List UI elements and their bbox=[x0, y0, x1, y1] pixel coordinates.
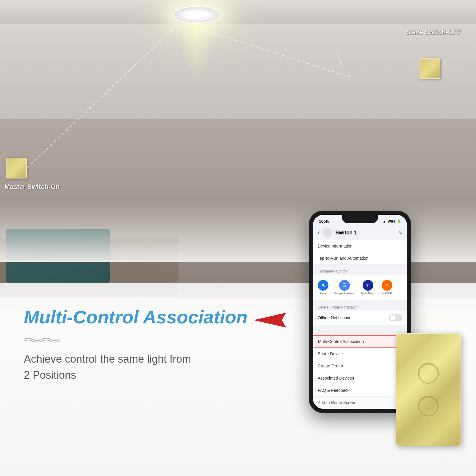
light-fixture bbox=[173, 6, 221, 24]
menu-item-tap-to-run[interactable]: Tap-to-Run and Automation › bbox=[313, 252, 407, 264]
others-section-label: Others bbox=[313, 328, 407, 335]
smartthings-circle: ST bbox=[363, 280, 373, 291]
offline-notification-toggle[interactable] bbox=[389, 314, 402, 321]
signal-icon: ▲ bbox=[383, 219, 386, 223]
edit-icon[interactable]: ✎ bbox=[399, 230, 402, 235]
svg-marker-3 bbox=[253, 313, 286, 328]
master-switch-box bbox=[6, 158, 27, 178]
menu-item-create-group-label: Create Group bbox=[318, 364, 343, 368]
text-section: Multi-Control Association Achieve contro… bbox=[24, 300, 309, 383]
phone-screen: 10:48 ▲ WiFi 🔋 ‹ Switch 1 ✎ bbox=[313, 215, 407, 409]
slave-switch-box bbox=[419, 58, 440, 79]
phone-frame: 10:48 ▲ WiFi 🔋 ‹ Switch 1 ✎ bbox=[309, 211, 411, 412]
wave-svg bbox=[24, 336, 60, 342]
gold-button-1[interactable] bbox=[418, 363, 439, 384]
chevron-right-icon-2: › bbox=[401, 256, 402, 261]
ceiling-light bbox=[173, 6, 227, 30]
chevron-right-icon: › bbox=[401, 244, 402, 248]
phone-notch bbox=[342, 215, 378, 223]
google-circle: G bbox=[339, 280, 350, 291]
gold-button-2[interactable] bbox=[418, 396, 439, 416]
xiaodu-circle: X bbox=[382, 280, 392, 291]
menu-separator-1 bbox=[313, 264, 407, 267]
red-arrow-icon bbox=[253, 313, 292, 328]
xiaodu-icon-item[interactable]: X XIAODU bbox=[382, 280, 392, 295]
offline-section-label: Device Offline Notification bbox=[313, 303, 407, 311]
toggle-knob bbox=[390, 315, 396, 321]
bottom-section: Multi-Control Association Achieve contro… bbox=[0, 283, 476, 476]
alexa-label: Alexa bbox=[320, 292, 327, 295]
menu-item-add-home-label: Add to Home Screen bbox=[318, 400, 356, 405]
wave-decoration bbox=[24, 336, 309, 344]
smartthings-label: SmartThings bbox=[361, 292, 376, 295]
alexa-icon-item[interactable]: A Alexa bbox=[318, 280, 328, 295]
offline-notification-row: Offline Notification bbox=[313, 311, 407, 325]
wifi-icon: WiFi bbox=[388, 219, 395, 223]
menu-item-tap-to-run-label: Tap-to-Run and Automation bbox=[318, 256, 368, 261]
menu-item-multi-control[interactable]: Multi-Control Association › bbox=[313, 335, 407, 348]
menu-item-faq[interactable]: FAQ & Feedback › bbox=[313, 384, 407, 397]
third-party-section-label: Third-party Control bbox=[313, 267, 407, 275]
menu-item-share-device[interactable]: Share Device › bbox=[313, 348, 407, 360]
google-icon-item[interactable]: G Google Assistant bbox=[334, 280, 355, 295]
menu-item-device-info[interactable]: Device Information › bbox=[313, 240, 407, 252]
menu-item-associated-devices[interactable]: Associated Devices › bbox=[313, 372, 407, 384]
third-party-icons-row: A Alexa G Google Assistant ST SmartThing… bbox=[318, 278, 402, 297]
slave-switch-label: Slave Switch-OFF bbox=[406, 28, 461, 36]
description-text: Achieve control the same light from 2 Po… bbox=[24, 351, 232, 383]
status-icons: ▲ WiFi 🔋 bbox=[383, 219, 401, 223]
phone-nav-bar: ‹ Switch 1 ✎ bbox=[313, 226, 407, 240]
multi-control-title: Multi-Control Association bbox=[24, 306, 248, 328]
nav-title: Switch 1 bbox=[335, 230, 399, 236]
google-label: Google Assistant bbox=[334, 292, 355, 295]
master-switch-label: Master Switch-On bbox=[4, 183, 60, 191]
menu-item-create-group[interactable]: Create Group › bbox=[313, 360, 407, 372]
status-time: 10:48 bbox=[319, 219, 330, 224]
menu-item-device-info-label: Device Information bbox=[318, 244, 353, 248]
offline-notification-label: Offline Notification bbox=[318, 315, 351, 320]
back-button[interactable]: ‹ bbox=[318, 229, 320, 237]
menu-item-associated-devices-label: Associated Devices bbox=[318, 376, 354, 381]
menu-item-multi-control-label: Multi-Control Association bbox=[318, 339, 364, 344]
alexa-circle: A bbox=[318, 280, 328, 291]
gold-switch-panel bbox=[396, 333, 461, 446]
battery-icon: 🔋 bbox=[397, 219, 401, 223]
smartthings-icon-item[interactable]: ST SmartThings bbox=[361, 280, 376, 295]
third-party-control-section: A Alexa G Google Assistant ST SmartThing… bbox=[313, 275, 407, 300]
phone-menu-list: Device Information › Tap-to-Run and Auto… bbox=[313, 240, 407, 409]
menu-separator-3 bbox=[313, 325, 407, 328]
menu-item-add-home[interactable]: Add to Home Screen › bbox=[313, 397, 407, 409]
menu-separator-2 bbox=[313, 300, 407, 303]
menu-item-faq-label: FAQ & Feedback bbox=[318, 388, 350, 393]
device-icon-small bbox=[323, 228, 332, 237]
menu-item-share-device-label: Share Device bbox=[318, 351, 343, 356]
xiaodu-label: XIAODU bbox=[382, 292, 392, 295]
